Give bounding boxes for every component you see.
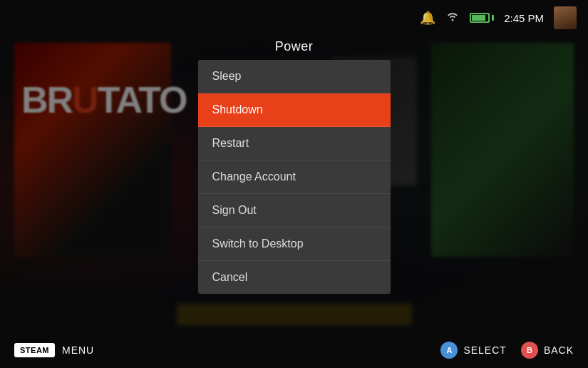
b-button[interactable]: B xyxy=(521,342,538,359)
bg-game-art-right xyxy=(431,43,574,257)
dialog-title: Power xyxy=(198,39,391,54)
menu-item-shutdown[interactable]: Shutdown xyxy=(198,93,391,127)
a-button[interactable]: A xyxy=(440,342,458,359)
menu-item-sign-out[interactable]: Sign Out xyxy=(198,194,391,228)
select-action: A SELECT xyxy=(440,342,506,359)
bg-game-title: BRUTATO xyxy=(21,78,187,121)
svg-point-0 xyxy=(452,19,454,21)
bottombar: STEAM MENU A SELECT B BACK xyxy=(0,332,588,368)
menu-item-sleep[interactable]: Sleep xyxy=(198,60,391,93)
battery-icon xyxy=(470,13,494,23)
bottom-left: STEAM MENU xyxy=(14,343,94,357)
select-label: SELECT xyxy=(463,344,506,356)
bottom-right: A SELECT B BACK xyxy=(440,342,574,359)
notification-icon[interactable]: 🔔 xyxy=(420,10,435,26)
bg-bottom-hint xyxy=(177,304,412,325)
power-dialog: Power Sleep Shutdown Restart Change Acco… xyxy=(198,39,391,294)
signal-icon xyxy=(445,11,460,25)
back-action: B BACK xyxy=(521,342,574,359)
avatar[interactable] xyxy=(554,6,577,29)
topbar: 🔔 2:45 PM xyxy=(0,0,588,36)
menu-item-restart[interactable]: Restart xyxy=(198,127,391,160)
back-label: BACK xyxy=(544,344,574,356)
time-display: 2:45 PM xyxy=(504,12,544,24)
menu-item-change-account[interactable]: Change Account xyxy=(198,160,391,194)
menu-item-switch-desktop[interactable]: Switch to Desktop xyxy=(198,228,391,261)
steam-badge[interactable]: STEAM xyxy=(14,343,55,357)
menu-item-cancel[interactable]: Cancel xyxy=(198,261,391,294)
power-menu: Sleep Shutdown Restart Change Account Si… xyxy=(198,60,391,294)
menu-label: MENU xyxy=(62,344,94,356)
bg-game-art-left xyxy=(14,43,171,257)
